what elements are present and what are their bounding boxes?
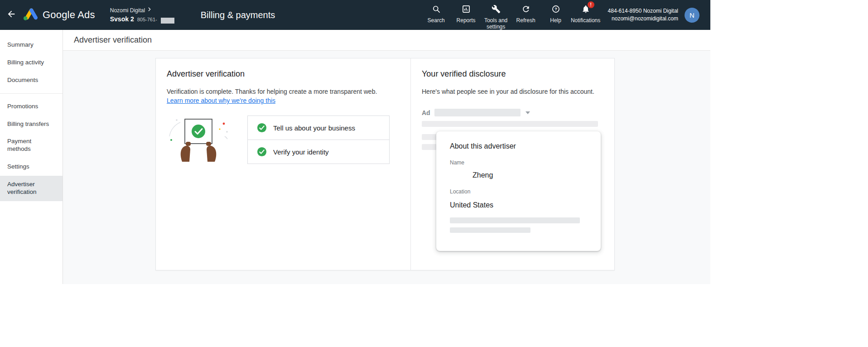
sidebar-item-summary[interactable]: Summary [0, 36, 63, 54]
verification-panel: Advertiser verification Verification is … [156, 58, 410, 270]
about-card-placeholder [450, 227, 530, 233]
disclosure-panel: Your verified disclosure Here's what peo… [410, 58, 614, 270]
name-field-label: Name [450, 159, 587, 166]
search-icon [432, 5, 441, 15]
advertiser-name: Zheng [473, 171, 587, 179]
sidebar: Summary Billing activity Documents Promo… [0, 30, 63, 284]
top-bar: Google Ads Nozomi Digital Svsok 2 805-76… [0, 0, 710, 30]
checklist-item-label: Tell us about your business [273, 124, 355, 132]
subaccount-id: 805-761- [137, 16, 157, 23]
sidebar-item-promotions[interactable]: Promotions [0, 98, 63, 116]
google-ads-logo-icon [23, 8, 38, 23]
location-field-label: Location [450, 188, 587, 195]
subaccount-name: Svsok 2 [110, 15, 134, 24]
verification-status-row: Tell us about your business Verify your … [167, 116, 400, 164]
back-button[interactable] [0, 0, 23, 30]
account-id-line: 484-614-8950 Nozomi Digital [608, 7, 678, 15]
check-circle-icon [257, 123, 267, 133]
checklist-item-identity: Verify your identity [248, 140, 389, 164]
nav-label: Help [550, 18, 561, 24]
disclosure-heading: Your verified disclosure [422, 69, 603, 79]
bell-icon: ! [581, 5, 590, 15]
top-nav: Search Reports Tools and settings Refres… [421, 0, 601, 30]
reports-icon [462, 5, 471, 15]
help-icon: ? [551, 5, 560, 15]
google-ads-logo[interactable]: Google Ads [23, 8, 95, 23]
sidebar-item-billing-activity[interactable]: Billing activity [0, 54, 63, 72]
sidebar-item-payment-methods[interactable]: Payment methods [0, 133, 63, 158]
account-switcher[interactable]: Nozomi Digital Svsok 2 805-761- [110, 6, 174, 23]
page-title: Advertiser verification [63, 30, 710, 51]
sidebar-item-documents[interactable]: Documents [0, 72, 63, 89]
verification-illustration [167, 116, 230, 164]
nav-label: Notifications [571, 18, 600, 24]
reports-button[interactable]: Reports [451, 5, 481, 24]
disclosure-message: Here's what people see in your ad disclo… [422, 87, 603, 96]
search-button[interactable]: Search [421, 5, 451, 24]
account-email: nozomi@nozomidigital.com [608, 15, 678, 23]
tools-and-settings-button[interactable]: Tools and settings [481, 5, 511, 30]
ad-name-placeholder [434, 109, 521, 116]
sidebar-item-advertiser-verification[interactable]: Advertiser verification [0, 176, 63, 201]
advertiser-location: United States [450, 201, 587, 209]
about-card-placeholder [450, 217, 580, 223]
ad-text-placeholder [422, 121, 598, 127]
verification-heading: Advertiser verification [167, 69, 400, 79]
about-advertiser-card: About this advertiser Name Zheng Locatio… [436, 131, 601, 251]
checklist-item-business: Tell us about your business [248, 116, 389, 140]
ad-badge: Ad [422, 109, 430, 116]
main-content: Advertiser verification Advertiser verif… [63, 30, 710, 284]
sidebar-item-settings[interactable]: Settings [0, 158, 63, 176]
help-button[interactable]: ? Help [541, 5, 571, 24]
verification-card: Advertiser verification Verification is … [155, 58, 615, 270]
refresh-icon [521, 5, 530, 15]
ad-header-row: Ad [422, 109, 603, 116]
refresh-button[interactable]: Refresh [511, 5, 541, 24]
notifications-button[interactable]: ! Notifications [571, 5, 601, 24]
content-area: Advertiser verification Verification is … [63, 51, 710, 284]
nav-label: Search [428, 18, 445, 24]
verification-checklist: Tell us about your business Verify your … [247, 116, 390, 164]
product-name: Google Ads [43, 9, 95, 21]
check-circle-icon [257, 147, 267, 157]
redacted-id-box [161, 18, 174, 24]
notification-badge: ! [588, 1, 594, 8]
google-ads-app: Google Ads Nozomi Digital Svsok 2 805-76… [0, 0, 710, 284]
nav-label: Reports [457, 18, 476, 24]
back-arrow-icon [6, 9, 16, 21]
account-info: 484-614-8950 Nozomi Digital nozomi@nozom… [608, 7, 678, 23]
wrench-icon [492, 5, 501, 15]
account-name: Nozomi Digital [110, 7, 145, 14]
verification-message: Verification is complete. Thanks for hel… [167, 87, 400, 96]
main-row: Summary Billing activity Documents Promo… [0, 30, 710, 284]
chevron-right-icon [146, 6, 152, 14]
avatar[interactable]: N [685, 8, 699, 23]
chevron-down-icon [526, 111, 530, 114]
sidebar-divider [0, 93, 63, 94]
checklist-item-label: Verify your identity [273, 148, 329, 156]
nav-label: Refresh [516, 18, 535, 24]
svg-text:?: ? [555, 7, 557, 11]
section-title: Billing & payments [201, 10, 275, 20]
nav-label: Tools and settings [481, 18, 511, 30]
sidebar-item-billing-transfers[interactable]: Billing transfers [0, 116, 63, 133]
about-card-title: About this advertiser [450, 142, 587, 150]
learn-more-link[interactable]: Learn more about why we're doing this [167, 97, 275, 104]
